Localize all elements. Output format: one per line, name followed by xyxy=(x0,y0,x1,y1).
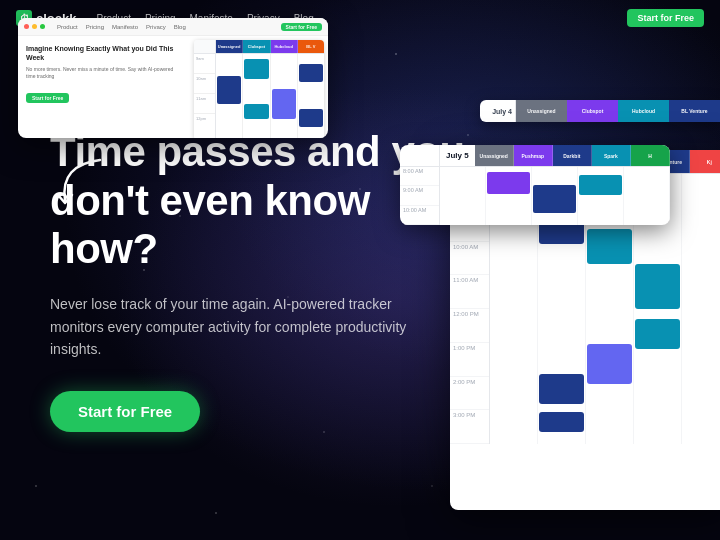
july5-event-1 xyxy=(487,172,530,194)
blventure-event-1 xyxy=(635,264,680,309)
col-hubcloud-j4: Hubcloud xyxy=(618,100,669,122)
july5-col-darkbit: Darkbit xyxy=(553,145,592,166)
preview-event-col-3 xyxy=(271,54,298,138)
time-800am-j5: 8:00 AM xyxy=(400,167,439,186)
hubcloud-event-3 xyxy=(539,412,584,432)
preview-event-4 xyxy=(272,89,296,119)
time-1100: 11:00 AM xyxy=(450,275,489,309)
preview-cta-btn: Start for Free xyxy=(281,23,322,31)
preview-event-col-4 xyxy=(298,54,324,138)
dot-red xyxy=(24,24,29,29)
preview-col-3: Hubcloud xyxy=(271,40,298,53)
july5-cols: Unassigned Pushmap Darkbit Spark H xyxy=(475,145,670,166)
hero-cta-button[interactable]: Start for Free xyxy=(50,391,200,432)
preview-event-col-1 xyxy=(216,54,243,138)
preview-col-1: Unassigned xyxy=(216,40,243,53)
preview-navbar: Product Pricing Manifesto Privacy Blog S… xyxy=(18,18,328,36)
aircalm-event-2 xyxy=(587,344,632,384)
hero-subtext: Never lose track of your time again. AI-… xyxy=(50,293,410,360)
july5-event-2 xyxy=(533,185,576,213)
preview-nav-privacy: Privacy xyxy=(146,24,166,30)
preview-left: Imagine Knowing Exactly What you Did Thi… xyxy=(18,36,188,138)
preview-nav-blog: Blog xyxy=(174,24,186,30)
dot-green xyxy=(40,24,45,29)
window-dots xyxy=(24,24,45,29)
july5-time-gutter: 8:00 AM 9:00 AM 10:00 AM xyxy=(400,167,440,225)
preview-cal-time-gutter: 9am 10am 11am 12pm xyxy=(194,54,216,138)
july5-header: July 5 Unassigned Pushmap Darkbit Spark … xyxy=(400,145,670,167)
preview-nav-manifesto: Manifesto xyxy=(112,24,138,30)
preview-event-3 xyxy=(244,104,268,119)
event-col-kj xyxy=(682,174,720,444)
time-1000am-j5: 10:00 AM xyxy=(400,206,439,225)
nav-cta-button[interactable]: Start for Free xyxy=(627,9,704,27)
dot-yellow xyxy=(32,24,37,29)
july5-day-label: July 5 xyxy=(440,145,475,166)
july5-col-unassigned: Unassigned xyxy=(475,145,514,166)
july5-col-spark: Spark xyxy=(592,145,631,166)
preview-event-grid xyxy=(216,54,324,138)
preview-right: Unassigned Clubspot Hubcloud BL V 9am 10… xyxy=(188,36,328,138)
july5-event-col-1 xyxy=(486,167,532,225)
july5-event-col-0 xyxy=(440,167,486,225)
preview-event-2 xyxy=(244,59,268,79)
july5-event-col-2 xyxy=(532,167,578,225)
preview-cal-cols: Unassigned Clubspot Hubcloud BL V xyxy=(216,40,324,53)
time-200: 2:00 PM xyxy=(450,377,489,411)
col-blventure-j4: BL Venture xyxy=(669,100,720,122)
preview-body: Imagine Knowing Exactly What you Did Thi… xyxy=(18,36,328,138)
july5-gutter xyxy=(400,145,440,166)
preview-col-2: Clubspot xyxy=(243,40,270,53)
time-1200: 12:00 PM xyxy=(450,309,489,343)
july4-gutter: July 4 xyxy=(480,100,516,122)
aircalm-event-1 xyxy=(587,229,632,264)
blventure-event-2 xyxy=(635,319,680,349)
july5-event-col-4 xyxy=(624,167,670,225)
july4-label: July 4 xyxy=(492,108,512,115)
time-100: 1:00 PM xyxy=(450,343,489,377)
preview-event-6 xyxy=(299,109,323,127)
preview-subtext: No more timers. Never miss a minute of t… xyxy=(26,66,180,80)
time-1000: 10:00 AM xyxy=(450,242,489,276)
preview-cal-body: 9am 10am 11am 12pm xyxy=(194,54,324,138)
col-clubspot-j4: Clubspot xyxy=(567,100,618,122)
july4-cols: Unassigned Clubspot Hubcloud BL Venture xyxy=(516,100,720,122)
col-unassigned-j4: Unassigned xyxy=(516,100,567,122)
july5-col-pushmap: Pushmap xyxy=(514,145,553,166)
preview-nav-links: Product Pricing Manifesto Privacy Blog xyxy=(57,24,186,30)
july5-event-grid xyxy=(440,167,670,225)
july5-event-3 xyxy=(579,175,622,195)
time-900am-j5: 9:00 AM xyxy=(400,186,439,205)
july5-col-h: H xyxy=(631,145,670,166)
july5-body: 8:00 AM 9:00 AM 10:00 AM xyxy=(400,167,670,225)
preview-headline: Imagine Knowing Exactly What you Did Thi… xyxy=(26,44,180,62)
preview-nav-product: Product xyxy=(57,24,78,30)
preview-start-btn[interactable]: Start for Free xyxy=(26,93,69,103)
time-300: 3:00 PM xyxy=(450,410,489,444)
curved-arrow xyxy=(50,155,110,215)
preview-window: Product Pricing Manifesto Privacy Blog S… xyxy=(18,18,328,138)
july6-col-kj: Kj xyxy=(690,150,720,173)
preview-event-col-2 xyxy=(243,54,270,138)
july5-event-col-3 xyxy=(578,167,624,225)
july4-strip: July 4 Unassigned Clubspot Hubcloud BL V… xyxy=(480,100,720,122)
preview-event-1 xyxy=(217,76,241,104)
preview-event-5 xyxy=(299,64,323,82)
hubcloud-event-2 xyxy=(539,374,584,404)
preview-cal-header: Unassigned Clubspot Hubcloud BL V xyxy=(194,40,324,54)
july5-calendar: July 5 Unassigned Pushmap Darkbit Spark … xyxy=(400,145,670,225)
preview-col-4: BL V xyxy=(298,40,324,53)
preview-nav-pricing: Pricing xyxy=(86,24,104,30)
preview-calendar: Unassigned Clubspot Hubcloud BL V 9am 10… xyxy=(194,40,324,138)
preview-cal-gutter xyxy=(194,40,216,53)
